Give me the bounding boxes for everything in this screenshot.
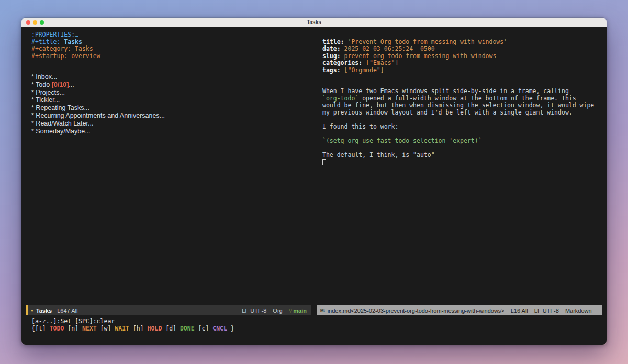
minimize-button[interactable] <box>33 20 37 25</box>
modeline-coding: LF UTF-8 <box>534 308 559 314</box>
wait-keyword: WAIT <box>115 325 129 332</box>
md-body-line[interactable]: `org-todo` opened a full-width window at… <box>322 95 600 103</box>
minibuffer-echo-area[interactable]: [a-z..]:Set [SPC]:clear {[t] TODO [n] NE… <box>26 315 602 345</box>
md-body-line[interactable] <box>322 130 600 138</box>
org-heading-projects[interactable]: * Projects... <box>31 89 309 97</box>
org-heading-read-watch[interactable]: * Read/Watch Later... <box>31 120 309 128</box>
org-heading-tickler[interactable]: * Tickler... <box>31 96 309 104</box>
org-heading-someday[interactable]: * Someday/Maybe... <box>31 128 309 135</box>
org-startup-line[interactable]: #+startup: overview <box>31 53 309 60</box>
org-buffer[interactable]: :PROPERTIES:… #+title: Tasks #+category:… <box>26 27 311 305</box>
echo-prompt-line: [a-z..]:Set [SPC]:clear <box>31 317 597 325</box>
modeline-position: L16 All <box>511 308 528 314</box>
window-titlebar[interactable]: Tasks <box>21 18 607 27</box>
git-branch-icon: ⑂ <box>289 308 293 314</box>
cncl-keyword: CNCL <box>212 325 227 332</box>
md-frontmatter-slug[interactable]: slug: prevent-org-todo-from-messing-with… <box>322 53 600 60</box>
md-blank-line[interactable] <box>322 81 600 88</box>
md-delimiter-bottom[interactable]: --- <box>322 74 600 81</box>
modeline-major-mode[interactable]: Markdown <box>565 308 592 314</box>
editor-panes: :PROPERTIES:… #+title: Tasks #+category:… <box>26 27 602 315</box>
close-button[interactable] <box>26 20 30 25</box>
git-branch-name: main <box>293 308 307 314</box>
org-heading-recurring[interactable]: * Recurring Appointments and Anniversari… <box>31 112 309 120</box>
emacs-window: Tasks :PROPERTIES:… #+title: Tasks #+cat… <box>21 17 607 345</box>
modeline-position: L647 All <box>57 308 77 314</box>
md-body-line[interactable] <box>322 116 600 123</box>
md-frontmatter-date[interactable]: date: 2025-02-03 06:25:24 -0500 <box>322 46 600 53</box>
todo-selection-line: {[t] TODO [n] NEXT [w] WAIT [h] HOLD [d]… <box>31 325 597 332</box>
modeline-major-mode[interactable]: Org <box>273 308 282 314</box>
org-headings: * Inbox... * Todo [0/10]... * Projects..… <box>31 73 309 135</box>
modeline-file-name: index.md<2025-02-03-prevent-org-todo-fro… <box>328 308 504 314</box>
markdown-file-icon: M↓ <box>320 308 325 313</box>
md-frontmatter-categories[interactable]: categories: ["Emacs"] <box>322 60 600 67</box>
modeline-buffer-name: Tasks <box>36 308 52 314</box>
org-category-line[interactable]: #+category: Tasks <box>31 46 309 53</box>
org-heading-repeating[interactable]: * Repeating Tasks... <box>31 104 309 112</box>
traffic-lights <box>26 18 44 27</box>
md-cursor-line[interactable] <box>322 158 600 166</box>
desktop-background: Tasks :PROPERTIES:… #+title: Tasks #+cat… <box>0 0 628 364</box>
md-body-line[interactable]: `(setq org-use-fast-todo-selection 'expe… <box>322 138 600 145</box>
markdown-modeline[interactable]: M↓ index.md<2025-02-03-prevent-org-todo-… <box>317 305 602 315</box>
md-frontmatter-tags[interactable]: tags: ["Orgmode"] <box>322 67 600 74</box>
md-body-line[interactable]: The default, I think, is "auto" <box>322 152 600 159</box>
org-heading-inbox[interactable]: * Inbox... <box>31 73 309 81</box>
org-title-line[interactable]: #+title: Tasks <box>31 39 309 46</box>
org-pane: :PROPERTIES:… #+title: Tasks #+category:… <box>26 27 311 315</box>
zoom-button[interactable] <box>40 20 44 25</box>
next-keyword: NEXT <box>82 325 97 332</box>
window-title: Tasks <box>307 19 321 25</box>
md-body-line[interactable]: my previous window layout and I'd be lef… <box>322 109 600 117</box>
md-body-line[interactable] <box>322 144 600 152</box>
org-properties-line[interactable]: :PROPERTIES:… <box>31 31 309 39</box>
org-heading-todo[interactable]: * Todo [0/10]... <box>31 81 309 89</box>
modeline-coding: LF UTF-8 <box>242 308 266 314</box>
org-modeline[interactable]: ● Tasks L647 All LF UTF-8 Org ⑂main <box>26 305 311 315</box>
hold-keyword: HOLD <box>148 325 162 332</box>
markdown-buffer[interactable]: --- title: 'Prevent Org-todo from messin… <box>317 27 602 305</box>
md-body-line[interactable]: I found this to work: <box>322 123 600 131</box>
md-body-line[interactable]: would be fine, but then when dismissing … <box>322 102 600 109</box>
md-delimiter-top[interactable]: --- <box>322 31 600 39</box>
git-branch-indicator[interactable]: ⑂main <box>289 308 307 314</box>
org-file-icon: ● <box>31 308 33 313</box>
md-body-line[interactable]: When I have two Emacs windows split side… <box>322 88 600 95</box>
markdown-pane: --- title: 'Prevent Org-todo from messin… <box>317 27 602 315</box>
done-keyword: DONE <box>180 325 195 332</box>
todo-keyword: TODO <box>50 325 64 332</box>
md-frontmatter-title[interactable]: title: 'Prevent Org-todo from messing wi… <box>322 39 600 46</box>
text-cursor <box>322 159 326 165</box>
emacs-frame: :PROPERTIES:… #+title: Tasks #+category:… <box>21 27 607 345</box>
modeline-accent-bar <box>26 305 28 315</box>
